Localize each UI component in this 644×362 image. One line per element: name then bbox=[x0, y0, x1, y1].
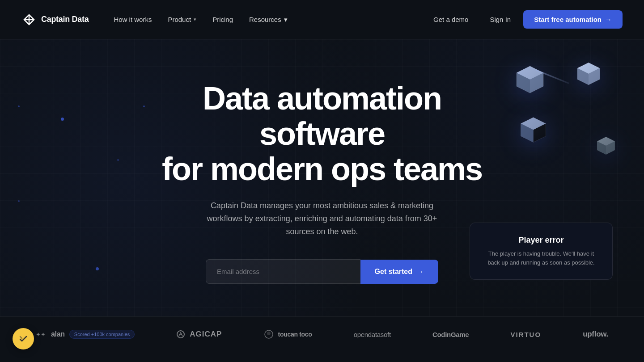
navigation: Captain Data How it works Product ▾ Pric… bbox=[0, 0, 644, 39]
email-form: Get started → bbox=[206, 259, 438, 284]
logo-codingame: CodinGame bbox=[432, 331, 469, 338]
toucan-icon bbox=[264, 329, 274, 339]
logo-upflow: upflow. bbox=[583, 330, 608, 339]
dot-particle bbox=[61, 118, 64, 121]
cube-decoration-3 bbox=[519, 115, 548, 146]
dot-particle bbox=[18, 200, 20, 202]
get-demo-button[interactable]: Get a demo bbox=[424, 11, 477, 28]
agicap-logo-icon bbox=[176, 330, 185, 339]
dot-particle bbox=[18, 105, 20, 107]
email-input[interactable] bbox=[206, 259, 360, 284]
nav-product[interactable]: Product ▾ bbox=[161, 12, 203, 27]
player-error-title: Player error bbox=[483, 236, 599, 245]
sign-in-button[interactable]: Sign In bbox=[481, 11, 520, 28]
logos-strip: ✦✦ alan Scored +100k companies AGICAP to… bbox=[0, 316, 644, 352]
chat-button[interactable] bbox=[13, 328, 34, 349]
chevron-down-icon: ▾ bbox=[194, 17, 196, 22]
hero-content: Data automation software for modern ops … bbox=[161, 81, 483, 284]
hero-title: Data automation software for modern ops … bbox=[161, 81, 483, 187]
chevron-down-icon: ▾ bbox=[284, 16, 288, 24]
player-error-widget: Player error The player is having troubl… bbox=[470, 223, 613, 280]
logo-toucan-toco: toucan toco bbox=[264, 329, 312, 339]
cube-decoration-2 bbox=[576, 61, 602, 88]
get-started-button[interactable]: Get started → bbox=[360, 260, 438, 284]
dot-particle bbox=[143, 105, 145, 107]
nav-pricing[interactable]: Pricing bbox=[205, 12, 240, 27]
cube-decoration-4 bbox=[596, 135, 616, 158]
nav-right: Get a demo Sign In Start free automation… bbox=[424, 10, 623, 29]
logo-agicap: AGICAP bbox=[176, 330, 222, 339]
logo-text: Captain Data bbox=[41, 15, 89, 24]
player-error-description: The player is having trouble. We'll have… bbox=[483, 249, 599, 267]
hero-subtitle: Captain Data manages your most ambitious… bbox=[197, 199, 447, 238]
hero-section: Player error The player is having troubl… bbox=[0, 39, 644, 316]
dot-particle bbox=[117, 159, 119, 161]
nav-left: Captain Data How it works Product ▾ Pric… bbox=[21, 12, 295, 27]
cube-decoration-1 bbox=[514, 64, 546, 97]
alan-badge: Scored +100k companies bbox=[69, 330, 135, 339]
nav-links: How it works Product ▾ Pricing Resources… bbox=[106, 12, 294, 27]
logo-alan: ✦✦ alan Scored +100k companies bbox=[36, 330, 135, 339]
logo-opendatasoft: opendatasoft bbox=[354, 331, 391, 338]
logo[interactable]: Captain Data bbox=[21, 12, 89, 27]
dot-particle bbox=[96, 267, 99, 270]
logo-virtuo: VIRTUO bbox=[510, 331, 541, 338]
arrow-right-icon: → bbox=[417, 268, 424, 276]
alan-icon: ✦✦ bbox=[36, 331, 46, 338]
nav-resources[interactable]: Resources ▾ bbox=[242, 12, 295, 27]
nav-how-it-works[interactable]: How it works bbox=[106, 12, 159, 27]
arrow-right-icon: → bbox=[605, 16, 612, 23]
start-free-automation-button[interactable]: Start free automation → bbox=[523, 10, 623, 29]
chat-icon bbox=[18, 333, 29, 344]
svg-point-19 bbox=[267, 332, 271, 335]
